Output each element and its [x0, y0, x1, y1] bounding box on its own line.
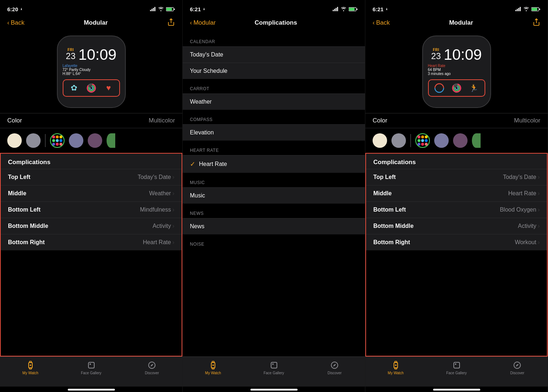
watch-location-1: Lafayette: [63, 64, 120, 68]
tab-bar-2: My Watch Face Gallery Discover: [183, 356, 365, 387]
svg-rect-5: [166, 8, 172, 11]
item-todays-date[interactable]: Today's Date: [183, 46, 365, 63]
home-indicator-3: [433, 389, 480, 391]
tab-discover-2[interactable]: Discover: [304, 360, 365, 375]
swatch-green-partial-3[interactable]: [472, 133, 481, 148]
tab-mywatch-label-3: My Watch: [388, 371, 404, 375]
gallery-tab-icon-1: [87, 360, 96, 370]
complications-title-3: Complications: [373, 159, 540, 166]
share-button-1[interactable]: [167, 18, 175, 28]
watch-weather-1: 72° Partly Cloudy: [63, 68, 120, 72]
swatch-multicolor-3[interactable]: [415, 133, 430, 148]
complication-workout: 🏃: [468, 82, 480, 94]
complication-row-middle-1[interactable]: Middle Weather ›: [1, 185, 182, 201]
tab-facegallery-label-3: Face Gallery: [446, 371, 467, 375]
complication-row-bottomright-3[interactable]: Bottom Right Workout ›: [366, 234, 547, 250]
svg-rect-22: [334, 9, 335, 11]
share-button-3[interactable]: [532, 18, 540, 28]
item-music[interactable]: Music: [183, 187, 365, 204]
svg-rect-41: [539, 8, 540, 10]
svg-rect-24: [337, 7, 338, 11]
item-your-schedule[interactable]: Your Schedule: [183, 63, 365, 79]
tab-facegallery-label-2: Face Gallery: [263, 371, 284, 375]
panel-2: 6:21 ‹ Modular: [183, 0, 365, 392]
swatch-purple-3[interactable]: [434, 133, 449, 148]
tab-bar-1: My Watch Face Gallery Discover: [0, 356, 182, 387]
section-noise: NOISE: [183, 234, 365, 249]
tab-mywatch-3[interactable]: My Watch: [365, 360, 426, 375]
nav-bar-2: ‹ Modular Complications: [183, 16, 365, 32]
location-icon-2: [202, 7, 206, 11]
complication-row-bottomright-1[interactable]: Bottom Right Heart Rate ›: [1, 234, 182, 250]
swatch-multicolor[interactable]: [50, 133, 65, 148]
tab-discover-1[interactable]: Discover: [121, 360, 182, 375]
nav-title-2: Complications: [254, 19, 297, 26]
signal-icon-3: [515, 7, 521, 11]
swatch-mauve[interactable]: [88, 133, 102, 148]
gallery-tab-icon-3: [452, 360, 461, 370]
status-bar-3: 6:21: [365, 0, 548, 16]
svg-rect-23: [336, 8, 337, 11]
item-news[interactable]: News: [183, 218, 365, 234]
svg-rect-26: [349, 8, 354, 11]
complication-row-bottomleft-3[interactable]: Bottom Left Blood Oxygen ›: [366, 201, 547, 218]
swatch-mauve-3[interactable]: [453, 133, 468, 148]
back-button-1[interactable]: ‹ Back: [7, 19, 24, 26]
item-heart-rate[interactable]: ✓ Heart Rate: [183, 155, 365, 173]
svg-rect-36: [517, 9, 518, 11]
complications-list: CALENDAR Today's Date Your Schedule CARR…: [183, 32, 365, 356]
nav-bar-1: ‹ Back Modular: [0, 16, 182, 32]
tab-discover-label-2: Discover: [328, 371, 342, 375]
battery-icon: [166, 7, 175, 12]
swatch-gray-3[interactable]: [391, 133, 406, 148]
complication-row-topleft-3[interactable]: Top Left Today's Date ›: [366, 169, 547, 185]
svg-rect-21: [333, 10, 334, 11]
watch-info-1: Lafayette 72° Partly Cloudy H:88° L:64°: [63, 64, 120, 76]
tab-mywatch-2[interactable]: My Watch: [183, 360, 244, 375]
tab-mywatch-1[interactable]: My Watch: [0, 360, 61, 375]
watch-frame-1: FRI 23 10:09 Lafayette 72° Partly Cloudy…: [57, 36, 126, 108]
nav-title-1: Modular: [84, 19, 108, 26]
signal-icon-2: [333, 7, 339, 11]
dot-grid: [52, 135, 62, 146]
watch-date-3: 23: [431, 52, 441, 61]
swatch-cream[interactable]: [7, 133, 22, 148]
tab-facegallery-1[interactable]: Face Gallery: [61, 360, 122, 375]
watch-date-1: 23: [66, 52, 76, 61]
location-icon-3: [385, 7, 389, 11]
complications-section-3: Complications Top Left Today's Date › Mi…: [365, 153, 548, 356]
complications-section-1: Complications Top Left Today's Date › Mi…: [0, 153, 182, 356]
tab-discover-3[interactable]: Discover: [487, 360, 548, 375]
swatch-green-partial[interactable]: [107, 133, 115, 148]
tab-facegallery-2[interactable]: Face Gallery: [244, 360, 304, 375]
complication-row-middle-3[interactable]: Middle Heart Rate ›: [366, 185, 547, 201]
section-carrot: CARROT: [183, 79, 365, 93]
watch-complications-3: 🏃: [428, 79, 485, 97]
swatch-purple[interactable]: [69, 133, 83, 148]
item-weather[interactable]: Weather: [183, 93, 365, 110]
watch-hr-time-3: 3 minutes ago: [428, 72, 485, 76]
wifi-icon: [158, 7, 164, 11]
svg-rect-18: [88, 362, 94, 368]
swatch-gray[interactable]: [26, 133, 41, 148]
watch-preview-1: FRI 23 10:09 Lafayette 72° Partly Cloudy…: [0, 32, 182, 113]
back-button-2[interactable]: ‹ Modular: [190, 19, 216, 26]
swatch-cream-3[interactable]: [373, 133, 387, 148]
complication-row-bottommiddle-1[interactable]: Bottom Middle Activity ›: [1, 218, 182, 234]
back-button-3[interactable]: ‹ Back: [373, 19, 390, 26]
watch-hr-info-3: Heart Rate 64 BPM 3 minutes ago: [428, 64, 485, 76]
status-time-3: 6:21: [373, 6, 389, 12]
watch-tab-icon-1: [26, 360, 35, 370]
tab-discover-label-1: Discover: [145, 371, 159, 375]
tab-facegallery-3[interactable]: Face Gallery: [426, 360, 487, 375]
tab-discover-label-3: Discover: [510, 371, 524, 375]
status-time-1: 6:20: [7, 6, 23, 12]
svg-rect-2: [153, 8, 154, 11]
svg-rect-3: [154, 7, 155, 11]
item-elevation[interactable]: Elevation: [183, 124, 365, 141]
complication-row-bottomleft-1[interactable]: Bottom Left Mindfulness ›: [1, 201, 182, 218]
panel-1: 6:20 ‹ Back: [0, 0, 183, 392]
complication-row-topleft-1[interactable]: Top Left Today's Date ›: [1, 169, 182, 185]
svg-rect-38: [520, 7, 521, 11]
complication-row-bottommiddle-3[interactable]: Bottom Middle Activity ›: [366, 218, 547, 234]
